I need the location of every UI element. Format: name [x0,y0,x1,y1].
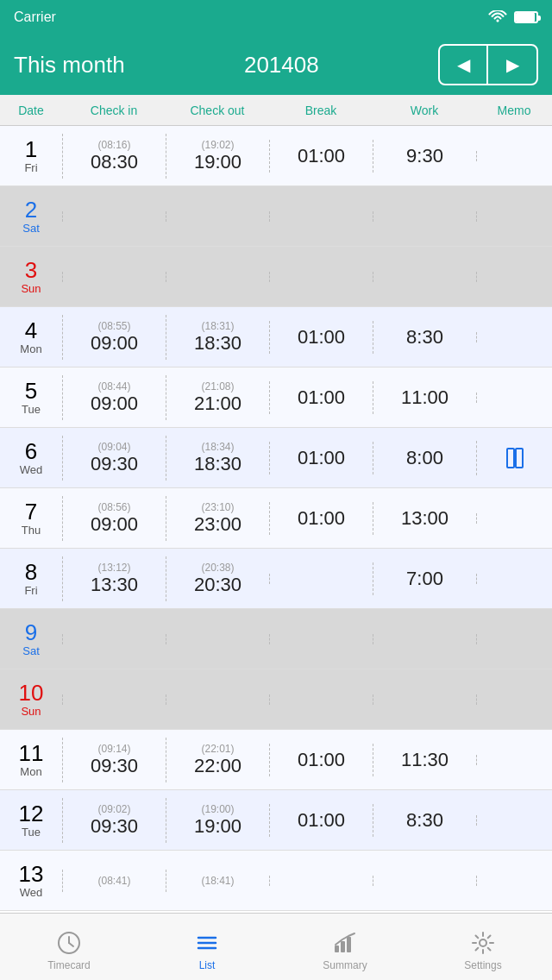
work-value: 13:00 [401,507,448,530]
work-value: 8:30 [406,809,443,832]
tab-settings[interactable]: Settings [414,923,552,971]
checkin-hint: (08:16) [97,139,130,151]
checkin-value: 09:30 [91,815,138,838]
date-number: 13 [19,862,44,887]
cell-checkout-12: (19:00) 19:00 [166,798,269,843]
list-icon [194,930,220,956]
cell-date-2: 2 Sat [0,191,62,242]
checkout-value: 22:00 [194,755,242,777]
cell-break-11: 01:00 [269,744,373,776]
cell-checkin-3 [62,272,166,282]
cell-break-1: 01:00 [269,140,373,173]
cell-checkin-13: (08:41) [62,870,166,892]
cell-checkout-9 [166,634,269,644]
table-row[interactable]: 12 Tue (09:02) 09:30 (19:00) 19:00 01:00… [0,790,552,851]
tab-timecard[interactable]: Timecard [0,923,138,971]
status-right [488,10,538,24]
checkout-value: 18:30 [194,453,242,475]
tab-list[interactable]: List [138,923,276,971]
work-value: 8:00 [406,447,443,469]
checkout-hint: (23:10) [201,501,234,513]
svg-point-12 [480,939,486,946]
cell-checkout-10 [166,694,269,705]
checkin-hint: (09:02) [97,803,130,815]
break-value: 01:00 [298,326,345,349]
date-number: 11 [19,741,44,766]
checkout-hint: (22:01) [201,743,234,755]
tab-settings-label: Settings [464,959,501,971]
table-row[interactable]: 2 Sat [0,186,552,247]
checkin-hint: (09:04) [97,441,130,453]
checkin-hint: (08:44) [97,380,130,393]
date-number: 1 [25,137,37,162]
cell-checkin-6: (09:04) 09:30 [62,436,166,481]
cell-memo-12 [476,815,552,826]
table-row[interactable]: 8 Fri (13:12) 13:30 (20:38) 20:30 7:00 [0,549,552,609]
checkout-value: 20:30 [194,574,242,596]
work-value: 11:30 [401,749,448,771]
date-number: 7 [25,499,37,525]
checkout-hint: (21:08) [201,380,234,393]
checkin-hint: (08:55) [97,320,130,332]
status-bar: Carrier [0,0,552,35]
checkin-hint: (09:14) [97,743,130,755]
checkout-hint: (18:41) [201,875,234,887]
cell-memo-4 [476,332,552,342]
table-row[interactable]: 6 Wed (09:04) 09:30 (18:34) 18:30 01:00 … [0,428,552,488]
break-value: 01:00 [298,447,345,469]
cell-break-13 [269,876,373,886]
cell-break-2 [269,211,373,222]
table-row[interactable]: 9 Sat [0,609,552,669]
cell-work-12: 8:30 [373,804,476,837]
break-value: 01:00 [298,507,345,530]
checkin-value: 09:00 [91,332,138,355]
checkout-value: 19:00 [194,151,242,173]
checkin-hint: (08:41) [97,875,130,887]
break-value: 01:00 [298,386,345,409]
svg-point-0 [497,20,499,22]
break-value: 01:00 [298,749,345,771]
cell-checkin-7: (08:56) 09:00 [62,496,166,541]
date-day: Mon [20,765,41,778]
cell-break-4: 01:00 [269,321,373,354]
cell-checkout-3 [166,272,269,282]
tab-summary[interactable]: Summary [276,923,414,971]
cell-break-5: 01:00 [269,381,373,414]
break-value: 01:00 [298,145,345,167]
cell-memo-6 [476,441,552,475]
cell-checkout-7: (23:10) 23:00 [166,496,269,541]
checkout-value: 18:30 [194,332,242,355]
cell-date-4: 4 Mon [0,311,62,363]
date-number: 10 [19,681,44,706]
table-row[interactable]: 11 Mon (09:14) 09:30 (22:01) 22:00 01:00… [0,730,552,790]
table-row[interactable]: 7 Thu (08:56) 09:00 (23:10) 23:00 01:00 … [0,488,552,549]
table-row[interactable]: 10 Sun [0,669,552,730]
cell-memo-9 [476,634,552,644]
cell-date-8: 8 Fri [0,553,62,605]
table-row[interactable]: 1 Fri (08:16) 08:30 (19:02) 19:00 01:00 … [0,126,552,186]
cell-date-3: 3 Sun [0,251,62,303]
next-button[interactable]: ▶ [488,46,536,84]
date-day: Tue [22,826,41,839]
cell-checkout-11: (22:01) 22:00 [166,738,269,782]
table-row[interactable]: 13 Wed (08:41) (18:41) [0,851,552,911]
cell-memo-1 [476,151,552,161]
cell-work-11: 11:30 [373,744,476,776]
table-row[interactable]: 3 Sun [0,247,552,307]
cell-break-9 [269,634,373,644]
prev-button[interactable]: ◀ [440,46,488,84]
table-row[interactable]: 5 Tue (08:44) 09:00 (21:08) 21:00 01:00 … [0,368,552,428]
tab-bar: Timecard List Summary Settings [0,913,552,980]
checkin-value: 09:00 [91,513,138,536]
date-number: 2 [25,198,37,223]
cell-date-10: 10 Sun [0,674,62,726]
cell-break-7: 01:00 [269,502,373,535]
checkout-value: 19:00 [194,815,242,838]
cell-date-5: 5 Tue [0,372,62,424]
cell-break-3 [269,272,373,282]
date-number: 5 [25,379,37,404]
date-number: 3 [25,258,37,283]
timecard-icon [56,930,82,956]
table-row[interactable]: 4 Mon (08:55) 09:00 (18:31) 18:30 01:00 … [0,307,552,368]
nav-buttons: ◀ ▶ [438,44,538,85]
